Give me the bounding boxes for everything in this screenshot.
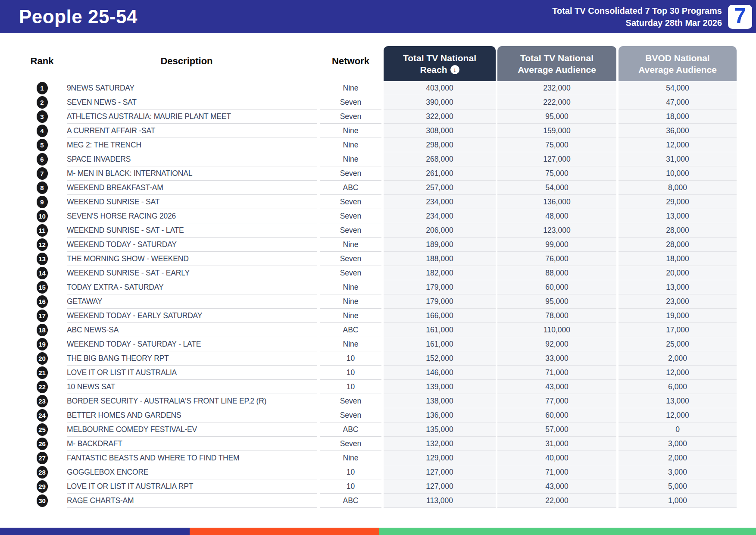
bvod-national-average-audience-value: 2,000 <box>619 451 737 465</box>
program-network: ABC <box>320 494 381 508</box>
total-tv-national-reach-value: 139,000 <box>384 380 496 394</box>
total-tv-national-average-audience-value: 31,000 <box>497 437 616 451</box>
total-tv-national-average-audience-value: 75,000 <box>497 166 616 181</box>
table-row: 4 A CURRENT AFFAIR -SAT Nine 308,000 159… <box>28 124 737 138</box>
total-tv-national-reach-value: 261,000 <box>384 166 496 181</box>
bvod-national-average-audience-value: 28,000 <box>619 223 737 238</box>
total-tv-national-average-audience-value: 43,000 <box>497 380 616 394</box>
table-header-row: Rank Description Network Total TV Nation… <box>28 41 737 81</box>
rank-badge: 29 <box>37 480 48 493</box>
program-network: Seven <box>320 394 381 408</box>
total-tv-national-average-audience-value: 22,000 <box>497 494 616 508</box>
total-tv-national-reach-value: 234,000 <box>384 195 496 209</box>
total-tv-national-reach-value: 135,000 <box>384 422 496 437</box>
bvod-national-average-audience-value: 47,000 <box>619 95 737 110</box>
program-network: Seven <box>320 408 381 422</box>
total-tv-national-reach-value: 138,000 <box>384 394 496 408</box>
total-tv-national-average-audience-value: 127,000 <box>497 152 616 166</box>
program-description: WEEKEND TODAY - EARLY SATURDAY <box>56 309 317 323</box>
rank-badge: 10 <box>37 210 48 222</box>
rank-badge: 24 <box>37 409 48 422</box>
program-network: Nine <box>320 451 381 465</box>
bvod-national-average-audience-value: 19,000 <box>619 309 737 323</box>
program-network: Nine <box>320 337 381 351</box>
program-network: Nine <box>320 309 381 323</box>
program-description: THE MORNING SHOW - WEEKEND <box>56 252 317 266</box>
program-description: WEEKEND SUNRISE - SAT - LATE <box>56 223 317 238</box>
total-tv-national-reach-value: 146,000 <box>384 366 496 380</box>
rank-badge: 26 <box>37 438 48 450</box>
report-title: Total TV Consolidated 7 Top 30 Programs <box>552 5 722 17</box>
bvod-national-average-audience-value: 29,000 <box>619 195 737 209</box>
table-row: 9 WEEKEND SUNRISE - SAT Seven 234,000 13… <box>28 195 737 209</box>
rank-badge: 5 <box>37 139 48 151</box>
program-network: Seven <box>320 252 381 266</box>
total-tv-national-average-audience-value: 99,000 <box>497 238 616 252</box>
bvod-national-average-audience-value: 2,000 <box>619 351 737 366</box>
bvod-national-average-audience-value: 6,000 <box>619 380 737 394</box>
rank-badge: 22 <box>37 381 48 393</box>
rank-badge: 28 <box>37 466 48 479</box>
column-header-total-tv-national-average-audience[interactable]: Total TV National Average Audience <box>497 46 616 81</box>
table-row: 27 FANTASTIC BEASTS AND WHERE TO FIND TH… <box>28 451 737 465</box>
report-meta: Total TV Consolidated 7 Top 30 Programs … <box>552 5 722 29</box>
total-tv-national-average-audience-value: 159,000 <box>497 124 616 138</box>
total-tv-national-reach-value: 179,000 <box>384 294 496 309</box>
total-tv-national-reach-value: 234,000 <box>384 209 496 223</box>
table-row: 26 M- BACKDRAFT Seven 132,000 31,000 3,0… <box>28 437 737 451</box>
total-tv-national-average-audience-value: 75,000 <box>497 138 616 152</box>
total-tv-national-average-audience-value: 54,000 <box>497 181 616 195</box>
total-tv-national-average-audience-value: 95,000 <box>497 110 616 124</box>
table-row: 8 WEEKEND BREAKFAST-AM ABC 257,000 54,00… <box>28 181 737 195</box>
program-network: Seven <box>320 266 381 280</box>
program-description: SEVEN NEWS - SAT <box>56 95 317 110</box>
program-network: Nine <box>320 238 381 252</box>
total-tv-national-average-audience-value: 110,000 <box>497 323 616 337</box>
program-description: WEEKEND SUNRISE - SAT - EARLY <box>56 266 317 280</box>
seven-logo-glyph: 7 <box>734 5 746 27</box>
table-row: 28 GOGGLEBOX ENCORE 10 127,000 71,000 3,… <box>28 465 737 479</box>
program-network: Seven <box>320 209 381 223</box>
total-tv-national-average-audience-value: 92,000 <box>497 337 616 351</box>
rank-badge: 18 <box>37 324 48 336</box>
total-tv-national-reach-value: 127,000 <box>384 465 496 479</box>
rank-badge: 6 <box>37 153 48 166</box>
rank-badge: 15 <box>37 281 48 294</box>
bvod-national-average-audience-value: 18,000 <box>619 252 737 266</box>
total-tv-national-average-audience-value: 95,000 <box>497 294 616 309</box>
rank-badge: 25 <box>37 423 48 436</box>
total-tv-national-average-audience-value: 43,000 <box>497 479 616 494</box>
total-tv-national-average-audience-value: 57,000 <box>497 422 616 437</box>
bvod-national-average-audience-value: 25,000 <box>619 337 737 351</box>
program-network: Nine <box>320 138 381 152</box>
total-tv-national-reach-value: 166,000 <box>384 309 496 323</box>
sort-descending-icon[interactable]: ↓ <box>450 65 459 74</box>
program-description: 10 NEWS SAT <box>56 380 317 394</box>
total-tv-national-reach-value: 132,000 <box>384 437 496 451</box>
page-title: People 25-54 <box>19 6 137 28</box>
program-description: LOVE IT OR LIST IT AUSTRALIA <box>56 366 317 380</box>
program-description: WEEKEND BREAKFAST-AM <box>56 181 317 195</box>
column-header-total-tv-national-reach[interactable]: Total TV National Reach ↓ <box>384 46 496 81</box>
program-network: Nine <box>320 124 381 138</box>
rank-badge: 17 <box>37 310 48 322</box>
total-tv-national-reach-value: 403,000 <box>384 81 496 95</box>
bvod-national-average-audience-value: 12,000 <box>619 366 737 380</box>
program-network: Nine <box>320 294 381 309</box>
column-header-bvod-national-average-audience[interactable]: BVOD National Average Audience <box>619 46 737 81</box>
program-description: 9NEWS SATURDAY <box>56 81 317 95</box>
total-tv-national-average-audience-value: 71,000 <box>497 366 616 380</box>
total-tv-national-average-audience-value: 77,000 <box>497 394 616 408</box>
table-row: 10 SEVEN'S HORSE RACING 2026 Seven 234,0… <box>28 209 737 223</box>
total-tv-national-average-audience-value: 71,000 <box>497 465 616 479</box>
bvod-national-average-audience-value: 8,000 <box>619 181 737 195</box>
program-network: Seven <box>320 95 381 110</box>
program-network: Seven <box>320 166 381 181</box>
rank-badge: 27 <box>37 452 48 464</box>
bvod-national-average-audience-value: 31,000 <box>619 152 737 166</box>
report-date: Saturday 28th Mar 2026 <box>552 17 722 29</box>
program-network: Seven <box>320 195 381 209</box>
program-description: TODAY EXTRA - SATURDAY <box>56 280 317 294</box>
program-description: WEEKEND SUNRISE - SAT <box>56 195 317 209</box>
rank-badge: 23 <box>37 395 48 407</box>
